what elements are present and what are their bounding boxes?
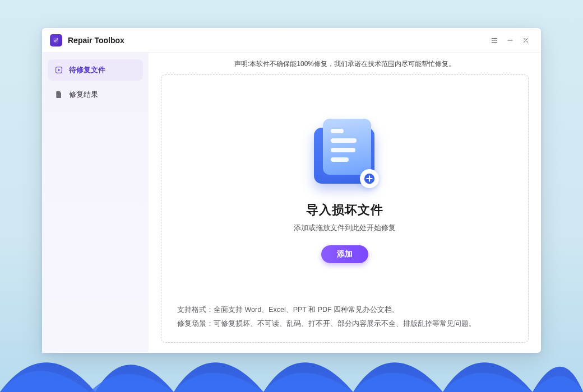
play-file-icon <box>54 66 63 74</box>
import-subtitle: 添加或拖放文件到此处开始修复 <box>294 223 396 233</box>
plus-icon <box>360 169 379 188</box>
sidebar-item-label: 待修复文件 <box>69 65 105 75</box>
sidebar: 待修复文件 修复结果 <box>42 53 149 353</box>
sidebar-item-repair-results[interactable]: 修复结果 <box>48 84 143 105</box>
document-illustration <box>308 116 381 189</box>
sidebar-item-pending-files[interactable]: 待修复文件 <box>48 59 143 81</box>
import-center: 导入损坏文件 添加或拖放文件到此处开始修复 添加 <box>177 88 512 291</box>
minimize-button[interactable] <box>503 33 517 48</box>
supported-formats-text: 支持格式：全面支持 Word、Excel、PPT 和 PDF 四种常见办公文档。 <box>177 303 512 317</box>
info-section: 支持格式：全面支持 Word、Excel、PPT 和 PDF 四种常见办公文档。… <box>177 303 512 331</box>
repair-scenarios-text: 修复场景：可修复损坏、不可读、乱码、打不开、部分内容展示不全、排版乱掉等常见问题… <box>177 317 512 331</box>
menu-button[interactable] <box>487 33 502 48</box>
svg-point-1 <box>57 38 58 39</box>
sidebar-item-label: 修复结果 <box>69 90 98 100</box>
add-button[interactable]: 添加 <box>321 245 368 263</box>
app-title: Repair Toolbox <box>68 36 124 45</box>
drop-area[interactable]: 导入损坏文件 添加或拖放文件到此处开始修复 添加 支持格式：全面支持 Word、… <box>161 74 529 343</box>
disclaimer-text: 声明:本软件不确保能100%修复，我们承诺在技术范围内尽可能帮忙修复。 <box>161 59 529 69</box>
main-panel: 声明:本软件不确保能100%修复，我们承诺在技术范围内尽可能帮忙修复。 <box>149 53 541 353</box>
titlebar: Repair Toolbox <box>42 28 541 53</box>
import-title: 导入损坏文件 <box>306 202 383 218</box>
file-result-icon <box>54 90 63 99</box>
app-window: Repair Toolbox 待修复文件 <box>42 28 541 353</box>
app-icon <box>50 34 62 46</box>
close-button[interactable] <box>519 33 533 48</box>
